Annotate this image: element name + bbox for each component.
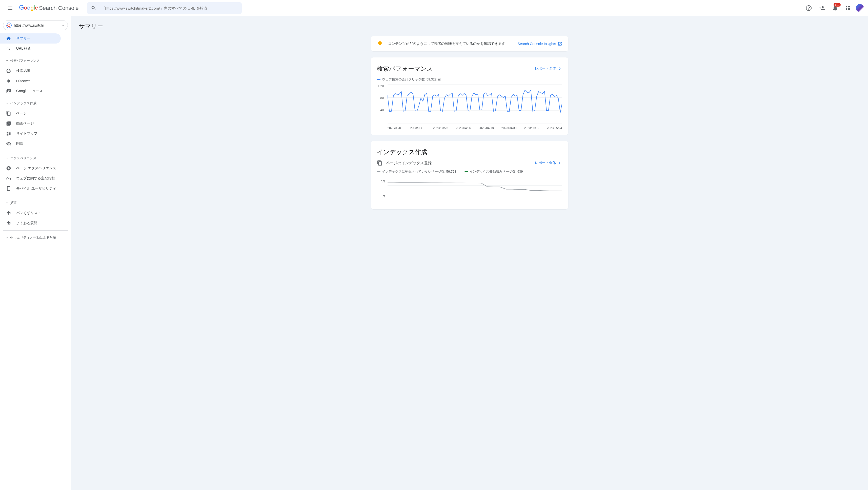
link-label: レポート全体 [535, 66, 556, 71]
nav-label: Google ニュース [16, 89, 43, 93]
google-logo-icon [19, 5, 38, 11]
nav-label: パンくずリスト [16, 211, 41, 215]
home-icon [6, 36, 11, 41]
mobile-icon [6, 186, 11, 191]
open-in-new-icon [558, 41, 562, 46]
nav-label: URL 検査 [16, 46, 31, 51]
y-axis: 1,2008004000 [377, 84, 387, 124]
svg-point-1 [809, 9, 809, 10]
performance-card: 検索パフォーマンス レポート全体 ウェブ検索の合計クリック数: 59,322 回… [371, 57, 568, 135]
pages-icon [6, 111, 11, 116]
nav-mobile-usability[interactable]: モバイル ユーザビリティ [0, 183, 61, 194]
nav-pages[interactable]: ページ [0, 108, 61, 118]
menu-button[interactable] [4, 2, 16, 14]
nav-label: 検索結果 [16, 69, 30, 73]
lightbulb-icon [377, 41, 383, 47]
apps-grid-icon [845, 5, 851, 11]
section-label: インデックス作成 [10, 101, 36, 105]
nav-label: よくある質問 [16, 221, 37, 225]
logo[interactable]: Search Console [19, 5, 79, 11]
link-label: Search Console Insights [518, 42, 556, 46]
y-axis: 15万10万 [377, 179, 387, 198]
chevron-down-icon [5, 101, 9, 105]
property-label: https://www.switchi... [14, 23, 59, 27]
search-input[interactable] [101, 6, 238, 10]
indexing-full-report-link[interactable]: レポート全体 [535, 160, 562, 165]
insights-card: コンテンツがどのようにして読者の興味を捉えているのかを確認できます Search… [371, 36, 568, 51]
layers-icon [6, 221, 11, 226]
legend-swatch [377, 79, 380, 80]
header-actions: 119 [803, 3, 864, 14]
performance-legend: ウェブ検索の合計クリック数: 59,322 回 [377, 77, 562, 82]
legend-label: インデックス登録済みページ数: 939 [470, 169, 523, 174]
google-g-icon [6, 68, 11, 73]
logo-text: Search Console [39, 5, 79, 11]
insights-text: コンテンツがどのようにして読者の興味を捉えているのかを確認できます [388, 41, 513, 46]
nav-breadcrumbs[interactable]: パンくずリスト [0, 208, 61, 218]
layers-icon [6, 211, 11, 216]
dropdown-arrow-icon [61, 23, 66, 28]
nav-label: ページ エクスペリエンス [16, 166, 56, 171]
visibility-off-icon [6, 141, 11, 146]
nav-url-inspect[interactable]: URL 検査 [0, 43, 61, 54]
nav-section-experience[interactable]: エクスペリエンス [0, 153, 71, 163]
nav-label: 動画ページ [16, 121, 34, 126]
nav-discover[interactable]: Discover [0, 76, 61, 86]
indexing-card: インデックス作成 ページのインデックス登録 レポート全体 インデックスに登録され… [371, 141, 568, 209]
nav-section-enhancements[interactable]: 拡張 [0, 198, 71, 208]
nav-section-indexing[interactable]: インデックス作成 [0, 98, 71, 108]
insights-link[interactable]: Search Console Insights [518, 41, 562, 46]
page-title: サマリー [79, 22, 861, 30]
video-icon [6, 121, 11, 126]
nav-faq[interactable]: よくある質問 [0, 218, 61, 228]
nav-removals[interactable]: 削除 [0, 139, 61, 149]
property-selector[interactable]: https://www.switchi... [3, 20, 68, 30]
nav-summary[interactable]: サマリー [0, 33, 61, 43]
nav-label: 削除 [16, 142, 23, 146]
legend-swatch [465, 171, 468, 172]
chevron-down-icon [5, 201, 9, 205]
users-button[interactable] [816, 3, 828, 14]
nav-label: サイトマップ [16, 131, 37, 136]
chevron-down-icon [5, 156, 9, 160]
nav-section-performance[interactable]: 検索パフォーマンス [0, 56, 71, 66]
help-icon [806, 5, 812, 11]
notifications-button[interactable]: 119 [830, 3, 841, 14]
chevron-down-icon [5, 59, 9, 63]
nav-label: ページ [16, 111, 27, 116]
property-icon [6, 22, 12, 28]
nav-core-web-vitals[interactable]: ウェブに関する主な指標 [0, 173, 61, 183]
section-label: セキュリティと手動による対策 [10, 235, 56, 240]
indexing-legend: インデックスに登録されていないページ数: 56,723 インデックス登録済みペー… [377, 169, 562, 176]
section-label: エクスペリエンス [10, 156, 36, 160]
search-bar[interactable] [87, 2, 242, 14]
users-icon [819, 5, 825, 11]
account-avatar[interactable] [856, 4, 864, 12]
pages-icon [377, 160, 382, 166]
nav-label: サマリー [16, 36, 30, 41]
indexing-chart: 15万10万 [377, 179, 562, 204]
nav-section-security[interactable]: セキュリティと手動による対策 [0, 233, 71, 243]
nav-search-results[interactable]: 検索結果 [0, 66, 61, 76]
performance-full-report-link[interactable]: レポート全体 [535, 66, 562, 71]
link-label: レポート全体 [535, 161, 556, 165]
legend-label: ウェブ検索の合計クリック数: 59,322 回 [382, 77, 441, 82]
chevron-right-icon [5, 236, 9, 240]
asterisk-icon [6, 79, 11, 84]
speed-icon [6, 176, 11, 181]
circle-plus-icon [6, 166, 11, 171]
nav-sitemaps[interactable]: サイトマップ [0, 129, 61, 139]
apps-button[interactable] [843, 3, 854, 14]
help-button[interactable] [803, 3, 814, 14]
section-label: 検索パフォーマンス [10, 58, 40, 63]
sidebar: https://www.switchi... サマリー URL 検査 検索パフォ… [0, 16, 71, 490]
search-icon [6, 46, 11, 51]
nav-label: ウェブに関する主な指標 [16, 176, 55, 181]
nav-video-pages[interactable]: 動画ページ [0, 118, 61, 129]
chevron-right-icon [557, 160, 562, 165]
search-icon [91, 5, 96, 11]
nav-google-news[interactable]: Google ニュース [0, 86, 61, 96]
nav-page-experience[interactable]: ページ エクスペリエンス [0, 163, 61, 173]
performance-chart: 1,2008004000 2023/03/012023/03/132023/03… [377, 84, 562, 130]
x-axis: 2023/03/012023/03/132023/03/252023/04/06… [388, 126, 562, 130]
